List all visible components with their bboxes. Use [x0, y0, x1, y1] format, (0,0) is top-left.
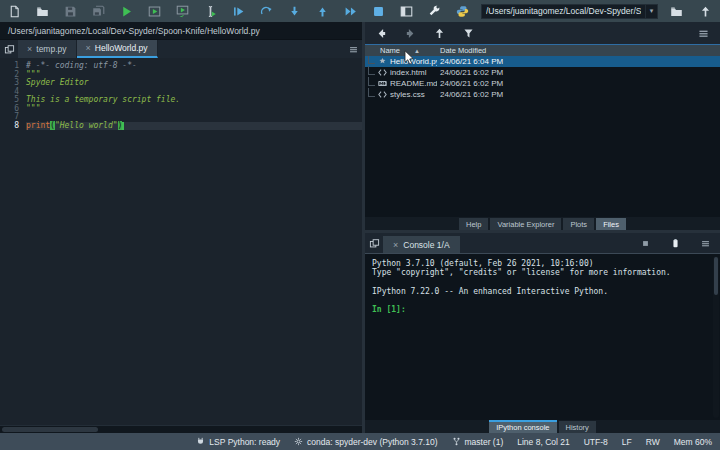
python-path-manager-icon[interactable] [454, 3, 471, 20]
tab-files[interactable]: Files [596, 218, 626, 230]
save-file-icon[interactable] [62, 3, 79, 20]
status-text: UTF-8 [584, 437, 608, 447]
status-text: RW [646, 437, 660, 447]
debug-file-icon[interactable] [230, 3, 247, 20]
editor-tab-temp.py[interactable]: ×temp.py [18, 40, 77, 58]
scrollbar-handle[interactable] [714, 257, 718, 295]
status-text: conda: spyder-dev (Python 3.7.10) [307, 437, 437, 447]
line-number: 3 [0, 79, 26, 88]
conda-env[interactable]: conda: spyder-dev (Python 3.7.10) [294, 437, 437, 447]
step-over-icon[interactable] [258, 3, 275, 20]
console-plugin-tabbar: IPython consoleHistory [365, 420, 720, 433]
files-table-header[interactable]: Name▲ Date Modified [365, 45, 720, 56]
ipython-console[interactable]: Python 3.7.10 (default, Feb 26 2021, 10:… [365, 253, 720, 420]
python-file-icon [377, 57, 387, 67]
code-line-3[interactable]: 3Spyder Editor [0, 79, 362, 88]
file-name: HelloWorld.py [390, 57, 437, 66]
console-options-icon[interactable] [697, 235, 714, 252]
editor-pane: /Users/juanitagomez/Local/Dev-Spyder/Spo… [0, 22, 362, 433]
code-line-6[interactable]: 6""" [0, 105, 362, 114]
up-directory-icon[interactable] [431, 25, 448, 42]
status-text: Mem 60% [674, 437, 712, 447]
eol-status: LF [622, 437, 632, 447]
console-vertical-scrollbar[interactable] [713, 256, 719, 418]
close-tab-icon[interactable]: × [27, 45, 32, 54]
status-bar: LSP Python: readyconda: spyder-dev (Pyth… [0, 433, 720, 450]
code-line-1[interactable]: 1# -*- coding: utf-8 -*- [0, 62, 362, 71]
file-row-README.md[interactable]: README.md24/06/21 6:02 PM [365, 78, 720, 89]
file-date-modified: 24/06/21 6:02 PM [437, 90, 720, 99]
code-text: This is a temporary script file. [26, 96, 362, 105]
run-selection-icon[interactable] [202, 3, 219, 20]
new-file-icon[interactable] [6, 3, 23, 20]
run-file-icon[interactable] [118, 3, 135, 20]
file-row-index.html[interactable]: index.html24/06/21 6:02 PM [365, 67, 720, 78]
markdown-file-icon [377, 79, 387, 89]
code-line-5[interactable]: 5This is a temporary script file. [0, 96, 362, 105]
interrupt-kernel-icon[interactable] [637, 235, 654, 252]
readwrite-status: RW [646, 437, 660, 447]
tab-variable-explorer[interactable]: Variable Explorer [490, 218, 561, 230]
editor-tab-HelloWorld.py[interactable]: ×HelloWorld.py [77, 40, 158, 58]
code-text: print("Hello world") [26, 122, 362, 131]
column-date-modified[interactable]: Date Modified [437, 46, 720, 55]
git-branch[interactable]: master (1) [452, 437, 504, 447]
console-output-line: Python 3.7.10 (default, Feb 26 2021, 10:… [372, 259, 710, 268]
tab-help[interactable]: Help [459, 218, 488, 230]
editor-tab-label: HelloWorld.py [95, 43, 148, 53]
caret-down-icon[interactable]: ▾ [645, 5, 657, 18]
file-row-styles.css[interactable]: styles.css24/06/21 6:02 PM [365, 89, 720, 100]
console-pane: × Console 1/A Python 3.7.10 (default, Fe… [365, 233, 720, 433]
plugin-tabbar: HelpVariable ExplorerPlotsFiles [365, 217, 720, 230]
status-text: Line 8, Col 21 [517, 437, 569, 447]
preferences-icon[interactable] [426, 3, 443, 20]
close-console-icon[interactable]: × [393, 240, 398, 250]
code-file-icon [377, 68, 387, 78]
tab-ipython-console[interactable]: IPython console [489, 420, 556, 433]
step-out-icon[interactable] [314, 3, 331, 20]
editor-tab-label: temp.py [36, 44, 66, 54]
console-tab[interactable]: × Console 1/A [383, 236, 460, 253]
back-icon[interactable] [373, 25, 390, 42]
tab-history[interactable]: History [559, 421, 596, 433]
browse-tabs-icon[interactable] [0, 40, 18, 58]
code-editor[interactable]: 1# -*- coding: utf-8 -*-2"""3Spyder Edit… [0, 58, 362, 425]
working-directory-input[interactable] [482, 6, 645, 16]
file-name: index.html [390, 68, 437, 77]
line-number: 6 [0, 105, 26, 114]
tab-plots[interactable]: Plots [563, 218, 594, 230]
working-directory-combobox[interactable]: ▾ [481, 4, 658, 19]
toolbar-buttons [6, 3, 471, 20]
browse-console-tabs-icon[interactable] [365, 233, 383, 253]
gear-icon [294, 437, 303, 446]
filter-icon[interactable] [460, 25, 477, 42]
step-into-icon[interactable] [286, 3, 303, 20]
save-all-icon[interactable] [90, 3, 107, 20]
column-name[interactable]: Name [380, 46, 400, 55]
scrollbar-handle[interactable] [2, 427, 98, 432]
stop-debugging-icon[interactable] [370, 3, 387, 20]
close-tab-icon[interactable]: × [86, 44, 91, 53]
run-cell-advance-icon[interactable] [174, 3, 191, 20]
inspect-object-icon[interactable] [667, 235, 684, 252]
code-text: """ [26, 105, 362, 114]
line-number: 7 [0, 113, 26, 122]
main-toolbar: ▾ [0, 0, 720, 22]
browse-working-directory-button[interactable] [668, 3, 685, 20]
editor-tabbar: ×temp.py×HelloWorld.py [0, 40, 362, 58]
file-row-HelloWorld.py[interactable]: HelloWorld.py24/06/21 6:04 PM [365, 56, 720, 67]
open-file-icon[interactable] [34, 3, 51, 20]
parent-directory-button[interactable] [697, 3, 714, 20]
code-line-8[interactable]: 8print("Hello world") [0, 122, 362, 131]
editor-options-icon[interactable] [344, 40, 362, 58]
continue-execution-icon[interactable] [342, 3, 359, 20]
files-list: HelloWorld.py24/06/21 6:04 PMindex.html2… [365, 56, 720, 217]
lsp-status[interactable]: LSP Python: ready [196, 437, 280, 447]
forward-icon[interactable] [402, 25, 419, 42]
line-number: 2 [0, 71, 26, 80]
line-number: 4 [0, 88, 26, 97]
maximize-pane-icon[interactable] [398, 3, 415, 20]
files-options-icon[interactable] [695, 25, 712, 42]
editor-horizontal-scrollbar[interactable] [0, 425, 362, 433]
run-cell-icon[interactable] [146, 3, 163, 20]
